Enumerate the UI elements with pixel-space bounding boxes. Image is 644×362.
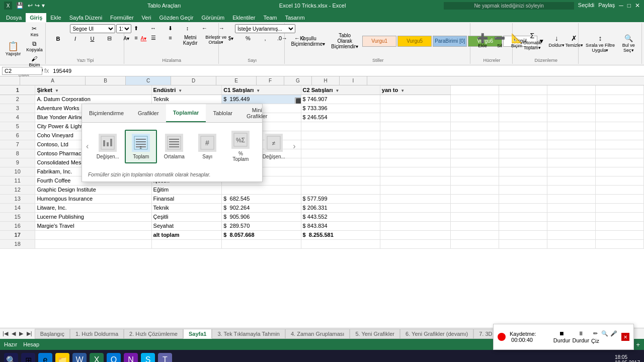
cell-g4[interactable]	[499, 113, 547, 122]
taskbar-outlook-icon[interactable]: O	[107, 353, 121, 362]
cell-f9[interactable]	[450, 158, 499, 167]
tab-eklentiler[interactable]: Eklentiler	[228, 13, 259, 22]
formula-input[interactable]: 195449	[51, 67, 642, 74]
popup-icon-yuzde-toplam[interactable]: %Σ % Toplam	[224, 127, 257, 166]
cell-e15[interactable]	[380, 212, 450, 221]
cell-i1[interactable]	[595, 85, 643, 95]
cell-h9[interactable]	[547, 158, 595, 167]
taskbar-ie-icon[interactable]: e	[38, 353, 52, 362]
underline-button[interactable]: U	[84, 35, 100, 43]
cell-d18[interactable]	[301, 239, 380, 248]
cell-b18[interactable]	[151, 239, 222, 248]
align-right-button[interactable]: ≡	[163, 34, 179, 47]
cell-a12[interactable]: Graphic Design Institute	[35, 185, 151, 194]
name-box[interactable]: C2	[2, 67, 42, 75]
cell-e7[interactable]	[380, 140, 450, 149]
cell-b16[interactable]: Seyahat	[151, 221, 222, 230]
tab-sayfa-duzeni[interactable]: Sayfa Düzeni	[65, 13, 106, 22]
cell-e9[interactable]	[380, 158, 450, 167]
cell-e3[interactable]	[380, 104, 450, 113]
cell-d6[interactable]	[301, 131, 380, 140]
cell-d10[interactable]	[301, 167, 380, 176]
undo-button[interactable]: ↩	[28, 2, 33, 9]
cell-h6[interactable]	[547, 131, 595, 140]
cell-f16[interactable]	[450, 221, 499, 230]
cell-g18[interactable]	[499, 239, 547, 248]
cell-i16[interactable]	[595, 221, 643, 230]
cell-h2[interactable]	[547, 95, 595, 104]
italic-button[interactable]: I	[67, 35, 83, 43]
cell-d7[interactable]	[301, 140, 380, 149]
cell-b14[interactable]: Teknik	[151, 203, 222, 212]
taskbar-word-icon[interactable]: W	[72, 353, 87, 362]
popup-icon-ortalama[interactable]: Ortalama	[158, 130, 190, 163]
border-button[interactable]: ⊟	[101, 34, 117, 43]
sheet-nav-next[interactable]: ▶	[18, 330, 25, 337]
recording-search-button[interactable]: 🔍	[601, 330, 608, 344]
cell-i12[interactable]	[595, 185, 643, 194]
cell-g8[interactable]	[499, 149, 547, 158]
cell-i9[interactable]	[595, 158, 643, 167]
cell-g2[interactable]	[499, 95, 547, 104]
col-header-a[interactable]: A	[20, 76, 86, 85]
cell-i13[interactable]	[595, 194, 643, 203]
find-select-button[interactable]: 🔍Bul ve Seç▾	[619, 33, 638, 54]
cell-e18[interactable]	[380, 239, 450, 248]
cell-g16[interactable]	[499, 221, 547, 230]
cell-a16[interactable]: Margie's Travel	[35, 221, 151, 230]
taskbar-explorer-icon[interactable]: 📁	[55, 353, 69, 362]
paste-button[interactable]: 📋Yapıştır	[5, 41, 21, 57]
sheet-tab-zaman-gruplaması[interactable]: 4. Zaman Gruplaması	[285, 329, 350, 339]
sheet-tab-sayfa1[interactable]: Sayfa1	[183, 329, 212, 338]
cell-d5[interactable]	[301, 122, 380, 131]
cell-b2[interactable]: Teknik	[151, 95, 222, 104]
font-family-select[interactable]: Segoe UI	[70, 24, 115, 33]
taskbar-search-icon[interactable]: 🔍	[4, 353, 18, 362]
tab-gorunum[interactable]: Görünüm	[197, 13, 228, 22]
cell-g17[interactable]	[499, 230, 547, 239]
cell-e17[interactable]	[380, 230, 450, 239]
col-header-d[interactable]: D	[171, 76, 216, 85]
cell-h10[interactable]	[547, 167, 595, 176]
copy-button[interactable]: ⧉ Kopyala	[22, 39, 47, 53]
col-header-h[interactable]: H	[312, 76, 340, 85]
align-bottom-button[interactable]: ⬇	[163, 24, 179, 33]
redo-button[interactable]: ↪	[35, 2, 40, 9]
cell-c1[interactable]: C1 Satışları ▼	[222, 85, 301, 95]
bold-button[interactable]: B	[50, 35, 66, 43]
cell-b13[interactable]: Finansal	[151, 194, 222, 203]
style-vurgu5[interactable]: Vurgu5	[397, 36, 432, 47]
cell-d3[interactable]: $ 733.396	[301, 104, 380, 113]
cell-e13[interactable]	[380, 194, 450, 203]
popup-tab-tablolar[interactable]: Tablolar	[206, 104, 239, 122]
cell-f12[interactable]	[450, 185, 499, 194]
cell-e10[interactable]	[380, 167, 450, 176]
cell-d16[interactable]: $ 843.834	[301, 221, 380, 230]
tab-veri[interactable]: Veri	[138, 13, 155, 22]
cell-i17[interactable]	[595, 230, 643, 239]
recording-pause-button[interactable]: ⏸ Durdur	[572, 330, 589, 344]
cell-i6[interactable]	[595, 131, 643, 140]
sort-filter-button[interactable]: ↕Sırala ve Filtre Uygula▾	[583, 33, 617, 54]
taskbar-teams-icon[interactable]: T	[158, 353, 172, 362]
cell-c15[interactable]: $ 905.906	[222, 212, 301, 221]
cell-g1[interactable]	[499, 85, 547, 95]
col-header-c[interactable]: C	[126, 76, 171, 85]
quick-analysis-button[interactable]: ⬛	[295, 98, 301, 104]
conditional-format-button[interactable]: KoşulluBiçimlendirme▾	[289, 35, 327, 48]
sheet-tab-yeni-grafikler2[interactable]: 6. Yeni Grafikler (devamı)	[400, 329, 473, 339]
cell-d1[interactable]: C2 Satışları ▼	[301, 85, 380, 95]
cell-d11[interactable]	[301, 176, 380, 185]
cell-a15[interactable]: Lucerne Publishing	[35, 212, 151, 221]
sheet-tab-hizli-cozumleme[interactable]: 2. Hızlı Çözümleme	[124, 329, 183, 339]
cell-c18[interactable]	[222, 239, 301, 248]
search-box[interactable]: Ne yapmak istediğinizi söyleyin	[444, 2, 574, 10]
close-button[interactable]: ✕	[635, 2, 640, 10]
cell-f11[interactable]	[450, 176, 499, 185]
fill-button[interactable]: ↓Doldur▾	[548, 33, 565, 49]
cell-b12[interactable]: Eğitim	[151, 185, 222, 194]
indent-decrease-button[interactable]: ←	[197, 24, 213, 33]
cell-i4[interactable]	[595, 113, 643, 122]
cell-i5[interactable]	[595, 122, 643, 131]
align-left-button[interactable]: ≡	[128, 34, 144, 47]
